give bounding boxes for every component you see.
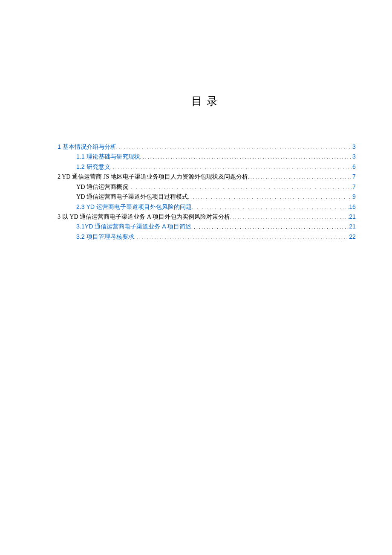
toc-entry-page: 7: [352, 182, 356, 192]
toc-entry-label[interactable]: 2.3 YD 运营商电子渠道项目外包风险的问题: [76, 202, 192, 212]
toc-entry-page[interactable]: 16: [349, 202, 356, 212]
toc-leader-dots: [140, 153, 352, 162]
toc-title: 目录: [58, 94, 356, 109]
toc-leader-dots: [128, 184, 352, 192]
toc-entry-page: 21: [349, 212, 356, 222]
toc-entry-page[interactable]: 3: [352, 142, 356, 152]
toc-entry-page[interactable]: 22: [349, 232, 356, 242]
toc-entry-page: 7: [352, 172, 356, 182]
toc-entry[interactable]: 1 基本情况介绍与分析3: [58, 142, 356, 152]
toc-leader-dots: [248, 173, 352, 182]
toc-entry: 2 YD 通信运营商 JS 地区电子渠道业务项目人力资源外包现状及问题分析7: [58, 172, 356, 182]
toc-leader-dots: [188, 194, 352, 202]
toc-entry-label: YD 通信运营商概况: [76, 182, 128, 192]
toc-leader-dots: [134, 234, 349, 242]
toc-list: 1 基本情况介绍与分析31.1 理论基础与研究现状31.2 研究意义62 YD …: [58, 142, 356, 242]
toc-entry-label[interactable]: 3.2 项目管理考核要求: [76, 232, 134, 242]
toc-entry-page: 9: [352, 192, 356, 202]
toc-leader-dots: [192, 204, 349, 212]
toc-entry-label: 2 YD 通信运营商 JS 地区电子渠道业务项目人力资源外包现状及问题分析: [58, 172, 248, 182]
toc-entry-page[interactable]: 6: [352, 162, 356, 172]
toc-entry-label[interactable]: 1.1 理论基础与研究现状: [76, 152, 140, 162]
toc-entry-label[interactable]: 3.1YD 通信运营商电子渠道业务 A 项目简述: [76, 222, 191, 231]
toc-leader-dots: [110, 164, 352, 172]
toc-entry[interactable]: 3.2 项目管理考核要求22: [76, 232, 356, 242]
toc-entry-label: 3 以 YD 通信运营商电子渠道业务 A 项目外包为实例风险对策分析: [58, 212, 230, 222]
toc-entry-page[interactable]: 3: [352, 152, 356, 162]
toc-entry[interactable]: 1.2 研究意义6: [76, 162, 356, 172]
toc-leader-dots: [191, 223, 349, 231]
toc-leader-dots: [116, 144, 352, 152]
toc-entry: YD 通信运营商概况7: [76, 182, 356, 192]
toc-entry-label[interactable]: 1.2 研究意义: [76, 162, 110, 172]
toc-entry: YD 通信运营商电子渠道外包项目过程模式9: [76, 192, 356, 202]
toc-entry[interactable]: 3.1YD 通信运营商电子渠道业务 A 项目简述21: [76, 222, 356, 231]
toc-entry: 3 以 YD 通信运营商电子渠道业务 A 项目外包为实例风险对策分析 21: [58, 212, 356, 222]
toc-entry-page[interactable]: 21: [349, 222, 356, 231]
toc-entry[interactable]: 1.1 理论基础与研究现状3: [76, 152, 356, 162]
toc-entry[interactable]: 2.3 YD 运营商电子渠道项目外包风险的问题16: [76, 202, 356, 212]
toc-leader-dots: [230, 214, 349, 222]
toc-entry-label[interactable]: 1 基本情况介绍与分析: [58, 142, 116, 152]
toc-entry-label: YD 通信运营商电子渠道外包项目过程模式: [76, 192, 188, 202]
